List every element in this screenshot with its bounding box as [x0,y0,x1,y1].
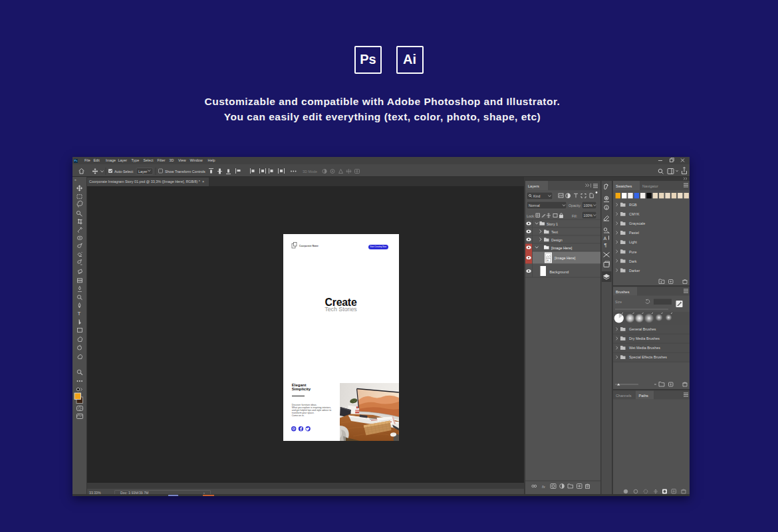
svg-text:Darker: Darker [629,269,640,273]
svg-text:Normal: Normal [529,203,540,207]
svg-text:Dry Media Brushes: Dry Media Brushes [629,336,660,340]
svg-text:»: » [74,178,76,182]
svg-text:RGB: RGB [629,203,637,207]
svg-text:Design: Design [551,238,563,242]
svg-text:Paths: Paths [639,394,649,398]
svg-text:[Image Here]: [Image Here] [555,256,576,260]
svg-text:100%: 100% [584,213,593,217]
svg-text:A: A [604,236,607,241]
svg-text:Show Transform Controls: Show Transform Controls [165,170,205,174]
svg-text:Story 1: Story 1 [547,222,558,226]
svg-text:Pure: Pure [629,250,636,254]
svg-text:General Brushes: General Brushes [629,327,656,331]
svg-text:[Image Here]: [Image Here] [551,246,573,250]
svg-text:Lock:: Lock: [527,214,535,218]
svg-text:¶: ¶ [604,242,607,248]
svg-text:Brushes: Brushes [616,290,630,294]
svg-text:3D Mode: 3D Mode [303,170,317,174]
svg-text:Grayscale: Grayscale [629,221,645,225]
svg-text:T: T [78,311,81,317]
svg-text:Opacity:: Opacity: [569,203,581,207]
svg-text:Light: Light [629,240,637,244]
svg-text:Swatches: Swatches [616,184,632,188]
svg-text:Background: Background [550,270,569,274]
svg-text:Special Effects Brushes: Special Effects Brushes [629,355,667,359]
svg-text:100%: 100% [584,203,593,207]
svg-text:Channels: Channels [616,394,632,398]
svg-text:CMYK: CMYK [629,212,640,216]
svg-text:Wet Media Brushes: Wet Media Brushes [629,346,660,350]
svg-text:Size: Size [615,300,622,304]
svg-text:Navigator: Navigator [642,184,658,188]
svg-text:Auto-Select:: Auto-Select: [114,170,134,174]
svg-text:Pastel: Pastel [629,231,639,235]
svg-text:Text: Text [551,230,558,234]
svg-text:Layer: Layer [138,170,148,174]
svg-text:☰: ☰ [547,259,549,262]
svg-text:Dark: Dark [629,259,637,263]
svg-text:Layers: Layers [528,184,539,188]
svg-text:Kind: Kind [533,194,540,198]
svg-text:Fill:: Fill: [572,214,577,218]
